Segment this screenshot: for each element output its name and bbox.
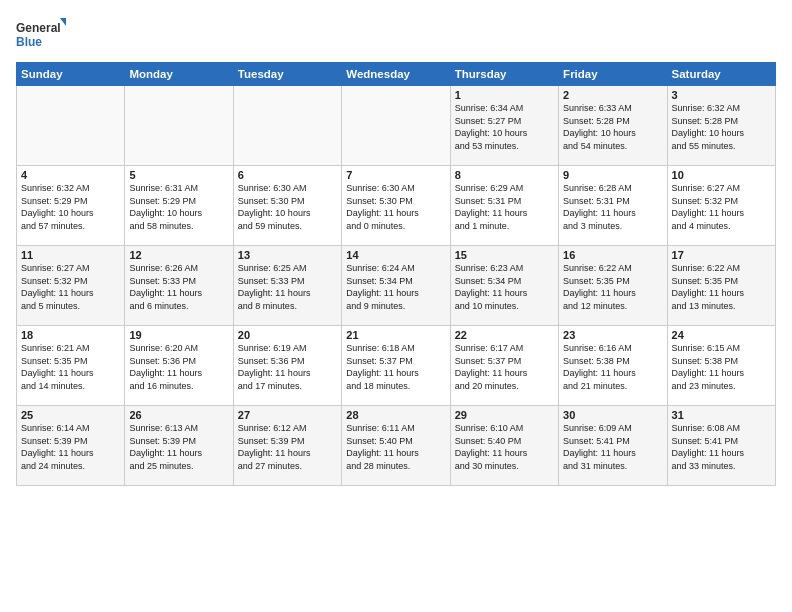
calendar-cell — [17, 86, 125, 166]
day-number: 9 — [563, 169, 662, 181]
day-number: 16 — [563, 249, 662, 261]
day-header-thursday: Thursday — [450, 63, 558, 86]
day-number: 8 — [455, 169, 554, 181]
day-number: 24 — [672, 329, 771, 341]
day-info: Sunrise: 6:16 AM Sunset: 5:38 PM Dayligh… — [563, 342, 662, 392]
calendar: SundayMondayTuesdayWednesdayThursdayFrid… — [16, 62, 776, 486]
calendar-cell: 19Sunrise: 6:20 AM Sunset: 5:36 PM Dayli… — [125, 326, 233, 406]
calendar-cell: 16Sunrise: 6:22 AM Sunset: 5:35 PM Dayli… — [559, 246, 667, 326]
calendar-cell: 7Sunrise: 6:30 AM Sunset: 5:30 PM Daylig… — [342, 166, 450, 246]
calendar-cell: 29Sunrise: 6:10 AM Sunset: 5:40 PM Dayli… — [450, 406, 558, 486]
calendar-cell: 17Sunrise: 6:22 AM Sunset: 5:35 PM Dayli… — [667, 246, 775, 326]
day-header-monday: Monday — [125, 63, 233, 86]
calendar-cell: 23Sunrise: 6:16 AM Sunset: 5:38 PM Dayli… — [559, 326, 667, 406]
day-number: 11 — [21, 249, 120, 261]
day-info: Sunrise: 6:34 AM Sunset: 5:27 PM Dayligh… — [455, 102, 554, 152]
calendar-cell: 26Sunrise: 6:13 AM Sunset: 5:39 PM Dayli… — [125, 406, 233, 486]
logo: General Blue — [16, 16, 66, 52]
day-info: Sunrise: 6:08 AM Sunset: 5:41 PM Dayligh… — [672, 422, 771, 472]
day-info: Sunrise: 6:32 AM Sunset: 5:29 PM Dayligh… — [21, 182, 120, 232]
day-info: Sunrise: 6:24 AM Sunset: 5:34 PM Dayligh… — [346, 262, 445, 312]
calendar-cell: 24Sunrise: 6:15 AM Sunset: 5:38 PM Dayli… — [667, 326, 775, 406]
calendar-cell: 25Sunrise: 6:14 AM Sunset: 5:39 PM Dayli… — [17, 406, 125, 486]
day-header-friday: Friday — [559, 63, 667, 86]
day-info: Sunrise: 6:30 AM Sunset: 5:30 PM Dayligh… — [346, 182, 445, 232]
day-info: Sunrise: 6:30 AM Sunset: 5:30 PM Dayligh… — [238, 182, 337, 232]
day-number: 10 — [672, 169, 771, 181]
day-number: 29 — [455, 409, 554, 421]
calendar-week-row: 18Sunrise: 6:21 AM Sunset: 5:35 PM Dayli… — [17, 326, 776, 406]
day-info: Sunrise: 6:17 AM Sunset: 5:37 PM Dayligh… — [455, 342, 554, 392]
svg-text:General: General — [16, 21, 61, 35]
day-info: Sunrise: 6:14 AM Sunset: 5:39 PM Dayligh… — [21, 422, 120, 472]
day-info: Sunrise: 6:21 AM Sunset: 5:35 PM Dayligh… — [21, 342, 120, 392]
day-number: 18 — [21, 329, 120, 341]
day-info: Sunrise: 6:26 AM Sunset: 5:33 PM Dayligh… — [129, 262, 228, 312]
day-number: 15 — [455, 249, 554, 261]
calendar-cell: 3Sunrise: 6:32 AM Sunset: 5:28 PM Daylig… — [667, 86, 775, 166]
page: General Blue SundayMondayTuesdayWednesda… — [0, 0, 792, 612]
day-info: Sunrise: 6:19 AM Sunset: 5:36 PM Dayligh… — [238, 342, 337, 392]
day-number: 19 — [129, 329, 228, 341]
calendar-cell: 15Sunrise: 6:23 AM Sunset: 5:34 PM Dayli… — [450, 246, 558, 326]
day-info: Sunrise: 6:11 AM Sunset: 5:40 PM Dayligh… — [346, 422, 445, 472]
calendar-cell: 31Sunrise: 6:08 AM Sunset: 5:41 PM Dayli… — [667, 406, 775, 486]
day-number: 25 — [21, 409, 120, 421]
day-number: 31 — [672, 409, 771, 421]
calendar-cell: 12Sunrise: 6:26 AM Sunset: 5:33 PM Dayli… — [125, 246, 233, 326]
calendar-cell: 28Sunrise: 6:11 AM Sunset: 5:40 PM Dayli… — [342, 406, 450, 486]
calendar-week-row: 1Sunrise: 6:34 AM Sunset: 5:27 PM Daylig… — [17, 86, 776, 166]
day-info: Sunrise: 6:15 AM Sunset: 5:38 PM Dayligh… — [672, 342, 771, 392]
day-number: 6 — [238, 169, 337, 181]
day-info: Sunrise: 6:22 AM Sunset: 5:35 PM Dayligh… — [672, 262, 771, 312]
calendar-cell — [125, 86, 233, 166]
day-number: 20 — [238, 329, 337, 341]
day-number: 3 — [672, 89, 771, 101]
calendar-cell: 30Sunrise: 6:09 AM Sunset: 5:41 PM Dayli… — [559, 406, 667, 486]
calendar-cell: 4Sunrise: 6:32 AM Sunset: 5:29 PM Daylig… — [17, 166, 125, 246]
day-number: 13 — [238, 249, 337, 261]
day-info: Sunrise: 6:20 AM Sunset: 5:36 PM Dayligh… — [129, 342, 228, 392]
day-info: Sunrise: 6:10 AM Sunset: 5:40 PM Dayligh… — [455, 422, 554, 472]
day-info: Sunrise: 6:31 AM Sunset: 5:29 PM Dayligh… — [129, 182, 228, 232]
calendar-cell: 5Sunrise: 6:31 AM Sunset: 5:29 PM Daylig… — [125, 166, 233, 246]
day-number: 7 — [346, 169, 445, 181]
calendar-week-row: 11Sunrise: 6:27 AM Sunset: 5:32 PM Dayli… — [17, 246, 776, 326]
day-info: Sunrise: 6:27 AM Sunset: 5:32 PM Dayligh… — [21, 262, 120, 312]
header: General Blue — [16, 16, 776, 52]
calendar-cell — [233, 86, 341, 166]
day-info: Sunrise: 6:23 AM Sunset: 5:34 PM Dayligh… — [455, 262, 554, 312]
calendar-cell: 1Sunrise: 6:34 AM Sunset: 5:27 PM Daylig… — [450, 86, 558, 166]
calendar-cell: 21Sunrise: 6:18 AM Sunset: 5:37 PM Dayli… — [342, 326, 450, 406]
day-number: 21 — [346, 329, 445, 341]
day-info: Sunrise: 6:28 AM Sunset: 5:31 PM Dayligh… — [563, 182, 662, 232]
day-info: Sunrise: 6:12 AM Sunset: 5:39 PM Dayligh… — [238, 422, 337, 472]
calendar-cell: 11Sunrise: 6:27 AM Sunset: 5:32 PM Dayli… — [17, 246, 125, 326]
day-number: 2 — [563, 89, 662, 101]
svg-text:Blue: Blue — [16, 35, 42, 49]
calendar-cell: 18Sunrise: 6:21 AM Sunset: 5:35 PM Dayli… — [17, 326, 125, 406]
day-number: 23 — [563, 329, 662, 341]
day-header-sunday: Sunday — [17, 63, 125, 86]
day-info: Sunrise: 6:13 AM Sunset: 5:39 PM Dayligh… — [129, 422, 228, 472]
calendar-cell: 6Sunrise: 6:30 AM Sunset: 5:30 PM Daylig… — [233, 166, 341, 246]
day-number: 28 — [346, 409, 445, 421]
day-number: 26 — [129, 409, 228, 421]
day-header-wednesday: Wednesday — [342, 63, 450, 86]
day-number: 5 — [129, 169, 228, 181]
day-info: Sunrise: 6:25 AM Sunset: 5:33 PM Dayligh… — [238, 262, 337, 312]
day-info: Sunrise: 6:33 AM Sunset: 5:28 PM Dayligh… — [563, 102, 662, 152]
calendar-cell: 8Sunrise: 6:29 AM Sunset: 5:31 PM Daylig… — [450, 166, 558, 246]
day-number: 22 — [455, 329, 554, 341]
day-info: Sunrise: 6:09 AM Sunset: 5:41 PM Dayligh… — [563, 422, 662, 472]
calendar-header-row: SundayMondayTuesdayWednesdayThursdayFrid… — [17, 63, 776, 86]
day-info: Sunrise: 6:32 AM Sunset: 5:28 PM Dayligh… — [672, 102, 771, 152]
day-info: Sunrise: 6:27 AM Sunset: 5:32 PM Dayligh… — [672, 182, 771, 232]
day-header-tuesday: Tuesday — [233, 63, 341, 86]
calendar-cell: 9Sunrise: 6:28 AM Sunset: 5:31 PM Daylig… — [559, 166, 667, 246]
calendar-cell: 14Sunrise: 6:24 AM Sunset: 5:34 PM Dayli… — [342, 246, 450, 326]
calendar-cell: 10Sunrise: 6:27 AM Sunset: 5:32 PM Dayli… — [667, 166, 775, 246]
day-number: 4 — [21, 169, 120, 181]
day-number: 17 — [672, 249, 771, 261]
calendar-cell — [342, 86, 450, 166]
